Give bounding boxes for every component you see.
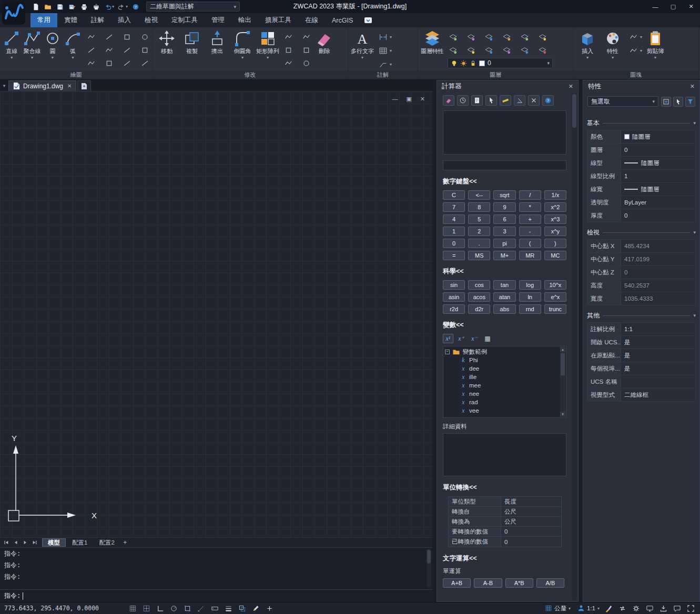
tab-key[interactable]: 常用 — [31, 13, 57, 27]
property-value[interactable]: ByLayer — [621, 196, 695, 209]
explode-icon[interactable] — [301, 58, 311, 68]
selection-dropdown[interactable]: 無選取 ▾ — [587, 96, 658, 107]
calculator-scrollbar[interactable] — [572, 93, 577, 600]
property-value[interactable]: 540.2537 — [621, 279, 695, 292]
numpad-key-mc[interactable]: MC — [544, 251, 566, 260]
minimize-button[interactable]: — — [646, 0, 664, 13]
variable-item-phi[interactable]: kPhi — [445, 356, 559, 364]
property-value[interactable]: 0 — [621, 144, 695, 156]
text-ops-section-title[interactable]: 文字運算<< — [443, 554, 566, 563]
hatch-icon[interactable] — [86, 45, 96, 55]
annotation-monitor-icon[interactable] — [251, 604, 261, 613]
new-file-icon[interactable] — [31, 2, 41, 12]
numpad-key-1[interactable]: 1 — [443, 227, 465, 236]
scroll-up-icon[interactable]: ▲ — [560, 347, 565, 352]
numpad-key-6[interactable]: 6 — [493, 214, 515, 224]
numpad-key-key[interactable]: - — [519, 227, 541, 236]
units-dropdown[interactable]: 公釐 ▾ — [545, 605, 571, 612]
construction-line-icon[interactable] — [121, 58, 132, 68]
numpad-key-x-3[interactable]: x^3 — [544, 214, 566, 224]
tree-root-row[interactable]: −變數範例 — [445, 347, 559, 356]
button-line-icon[interactable]: 直線▾ — [2, 29, 22, 60]
numpad-key-9[interactable]: 9 — [493, 202, 515, 212]
variable-item-mee[interactable]: xmee — [445, 381, 559, 390]
properties-close-icon[interactable]: ✕ — [690, 83, 695, 90]
layer-unisolate-icon[interactable] — [465, 45, 476, 55]
button-stretch-icon[interactable]: 擠出 — [205, 29, 229, 55]
ray-icon[interactable] — [104, 58, 114, 68]
layer-freeze-icon[interactable] — [483, 32, 494, 42]
property-value[interactable]: 是 — [621, 349, 695, 362]
unit-row-value[interactable]: 公尺 — [501, 517, 561, 526]
publish-icon[interactable] — [91, 2, 102, 12]
scrollbar-thumb[interactable] — [427, 550, 431, 564]
panel-label[interactable]: 註解 — [348, 70, 418, 79]
text-op-a-b[interactable]: A*B — [505, 578, 533, 588]
add-layout-button[interactable]: + — [121, 539, 129, 547]
selection-cycling-icon[interactable] — [237, 604, 247, 613]
layout-last-icon[interactable] — [31, 539, 39, 547]
workspace-dropdown[interactable]: 二維草圖與註解 ▾ — [146, 2, 240, 12]
tab-key[interactable]: 在線 — [298, 13, 325, 27]
lineweight-display-icon[interactable] — [224, 604, 234, 613]
save-icon[interactable] — [55, 2, 65, 12]
property-value[interactable]: 1:1 — [621, 323, 695, 335]
numpad-key-key[interactable]: ) — [544, 239, 566, 248]
revision-cloud-icon[interactable] — [104, 45, 114, 55]
close-tab-icon[interactable]: ✕ — [67, 83, 72, 89]
object-snap-tracking-icon[interactable] — [196, 604, 206, 613]
redo-icon[interactable]: ▾ — [117, 2, 129, 12]
layer-on-icon[interactable] — [465, 32, 476, 42]
select-objects-icon[interactable] — [673, 97, 683, 107]
numpad-key-key[interactable]: ( — [519, 239, 541, 248]
property-value[interactable]: 是 — [621, 362, 695, 375]
sci-key-ln[interactable]: ln — [519, 292, 541, 302]
button-copy-icon[interactable]: 複製 — [180, 29, 204, 55]
scrollbar-thumb[interactable] — [561, 353, 565, 375]
gear-icon[interactable] — [631, 604, 641, 613]
fullscreen-icon[interactable] — [686, 604, 696, 613]
tab-key[interactable]: 管理 — [205, 13, 231, 27]
command-scrollbar[interactable] — [427, 549, 431, 587]
layer-dropdown[interactable]: 0▾ — [448, 58, 553, 68]
tab-key[interactable]: 註解 — [84, 13, 111, 27]
sci-key-r2d[interactable]: r2d — [443, 304, 465, 314]
panel-label[interactable]: 圖層 — [418, 70, 573, 79]
edit-variable-icon[interactable]: x⁺ — [456, 334, 466, 343]
document-tab[interactable]: Drawing1.dwg ✕ — [8, 80, 76, 91]
layer-lock-icon[interactable] — [519, 32, 530, 42]
button-insert-icon[interactable]: 插入▾ — [575, 29, 600, 60]
trim-icon[interactable] — [301, 45, 311, 55]
property-value[interactable]: 隨圖層 — [621, 130, 695, 143]
coordinates-readout[interactable]: 773.6433, 295.4470, 0.0000 — [4, 605, 126, 612]
layer-previous-icon[interactable] — [501, 45, 512, 55]
text-op-a-b[interactable]: A/B — [536, 578, 564, 588]
pickadd-toggle-icon[interactable] — [661, 97, 671, 107]
button-mtext-icon[interactable]: A多行文字▾ — [350, 29, 374, 60]
object-snap-icon[interactable] — [182, 604, 192, 613]
scale-icon[interactable] — [283, 45, 293, 55]
button-polyline-icon[interactable]: 聚合線▾ — [23, 29, 42, 60]
sci-key-log[interactable]: log — [519, 280, 541, 290]
numpad-key-8[interactable]: 8 — [468, 202, 490, 212]
open-folder-icon[interactable] — [43, 2, 53, 12]
sci-key-d2r[interactable]: d2r — [468, 304, 490, 314]
layout-prev-icon[interactable] — [12, 539, 20, 547]
command-prompt[interactable]: 指令: — [0, 589, 432, 602]
numpad-key-3[interactable]: 3 — [493, 227, 515, 236]
calc-measure-distance-icon[interactable] — [500, 95, 511, 106]
panel-label[interactable]: 修改 — [153, 70, 348, 79]
property-value[interactable]: 1 — [621, 170, 695, 182]
tab-key[interactable]: 檢視 — [138, 13, 165, 27]
unit-row-value[interactable]: 公尺 — [501, 507, 561, 516]
numpad-key-ms[interactable]: MS — [468, 251, 490, 260]
tab-key[interactable]: 擴展工具 — [258, 13, 298, 27]
sci-key-acos[interactable]: acos — [468, 292, 490, 302]
snap-mode-icon[interactable] — [141, 604, 151, 613]
property-value[interactable] — [621, 375, 695, 388]
calculator-input[interactable] — [443, 160, 566, 170]
delete-variable-icon[interactable]: x⁻ — [469, 334, 480, 343]
button-move-icon[interactable]: 移動 — [155, 29, 179, 55]
doc-minimize-icon[interactable]: — — [392, 96, 398, 103]
button-array-icon[interactable]: 矩形陣列▾ — [256, 29, 280, 60]
